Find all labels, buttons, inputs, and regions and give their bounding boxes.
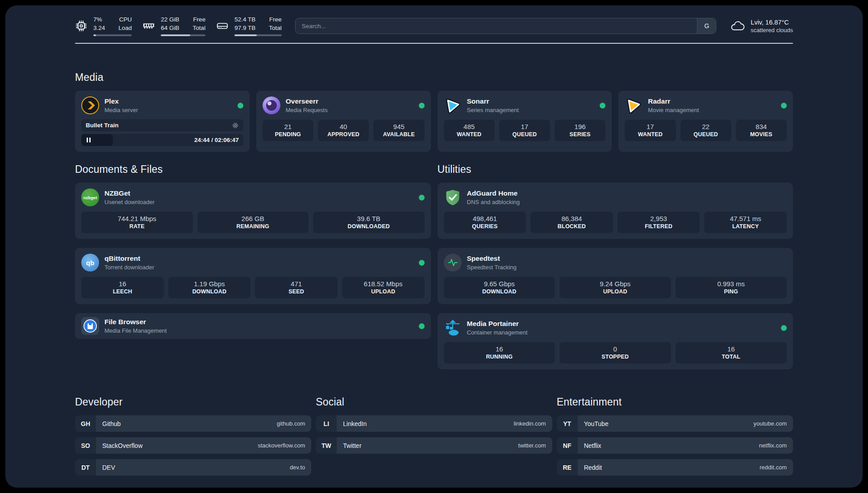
bookmark-dev[interactable]: DT DEVdev.to — [75, 459, 311, 476]
bookmark-abbr: LI — [316, 415, 337, 432]
stat-box: 17WANTED — [625, 120, 676, 141]
bookmark-url: stackoverflow.com — [258, 442, 305, 449]
bookmark-name: Reddit — [584, 464, 602, 471]
status-online-dot — [781, 325, 787, 331]
status-online-dot — [600, 103, 605, 109]
stat-value: 471 — [257, 280, 336, 288]
stat-value: 485 — [446, 123, 493, 130]
section-title-documents: Documents & Files — [75, 163, 431, 175]
bookmark-name: StackOverflow — [102, 442, 142, 449]
weather-widget: Lviv, 16.87°C scattered clouds — [730, 19, 793, 33]
plex-card[interactable]: Plex Media server Bullet Train — [75, 91, 250, 152]
stat-label: FILTERED — [619, 223, 698, 230]
search-engine-button[interactable]: G — [697, 18, 716, 33]
app-title: AdGuard Home — [467, 189, 520, 197]
stat-box: 0STOPPED — [559, 342, 671, 363]
stat-box: 1.19 GbpsDOWNLOAD — [168, 277, 251, 298]
bookmark-abbr: RE — [557, 459, 578, 476]
stat-box: 39.6 TBDOWNLOADED — [313, 212, 425, 233]
utilities-column: Utilities AdGuard Home — [438, 163, 793, 369]
app-title: Speedtest — [467, 255, 517, 263]
bookmark-name: LinkedIn — [343, 420, 367, 427]
cloud-icon — [730, 19, 746, 33]
app-title: qBittorrent — [104, 255, 154, 263]
stat-box: 16RUNNING — [444, 342, 555, 363]
portainer-icon — [444, 319, 462, 337]
pause-icon[interactable] — [87, 138, 91, 142]
stat-box: 498,461QUERIES — [444, 212, 526, 233]
bookmark-name: Twitter — [343, 442, 361, 449]
developer-column: Developer GH Githubgithub.com SO StackOv… — [75, 396, 311, 476]
stat-box: 744.21 MbpsRATE — [81, 212, 193, 233]
stat-value: 39.6 TB — [315, 215, 423, 222]
stat-label: RUNNING — [446, 354, 554, 360]
bookmark-youtube[interactable]: YT YouTubeyoutube.com — [557, 415, 793, 432]
bookmark-github[interactable]: GH Githubgithub.com — [75, 415, 311, 432]
gear-icon[interactable] — [232, 122, 239, 129]
bookmark-url: github.com — [277, 420, 305, 427]
disk-free-value: 52.4 TB — [234, 16, 255, 24]
stat-label: TOTAL — [677, 354, 785, 360]
bookmark-linkedin[interactable]: LI LinkedInlinkedin.com — [316, 415, 552, 432]
stat-value: 17 — [501, 123, 548, 130]
stat-label: AVAILABLE — [375, 131, 422, 138]
nzbget-card[interactable]: nzbget NZBGet Usenet downloader 744.21 M… — [75, 183, 431, 239]
section-title-utilities: Utilities — [438, 163, 793, 175]
playback-progress-bar[interactable]: 24:44 / 02:06:47 — [81, 134, 243, 146]
adguard-card[interactable]: AdGuard Home DNS and adblocking 498,461Q… — [438, 183, 793, 239]
memory-free-label: Free — [193, 16, 206, 24]
stat-value: 0.993 ms — [677, 280, 785, 288]
stat-value: 86,384 — [532, 215, 611, 222]
status-online-dot — [238, 103, 243, 109]
search-input[interactable] — [296, 18, 697, 33]
sonarr-icon — [444, 96, 462, 114]
bookmark-url: twitter.com — [518, 442, 546, 449]
sonarr-card[interactable]: Sonarr Series management 485WANTED 17QUE… — [438, 91, 612, 152]
status-online-dot — [419, 103, 425, 109]
stat-value: 196 — [556, 123, 604, 130]
stat-value: 17 — [626, 123, 674, 130]
app-title: Radarr — [648, 97, 699, 105]
bookmark-stackoverflow[interactable]: SO StackOverflowstackoverflow.com — [75, 437, 311, 454]
bookmark-abbr: TW — [316, 437, 337, 454]
stat-box: 16LEECH — [81, 277, 164, 298]
cpu-icon — [75, 20, 88, 32]
stat-label: MOVIES — [738, 131, 785, 138]
memory-free-value: 22 GiB — [161, 16, 179, 24]
stat-box: 485WANTED — [444, 120, 495, 141]
cpu-load-value: 3.24 — [93, 24, 105, 32]
bookmark-name: DEV — [102, 464, 115, 471]
dashboard-panel: 7% 3.24 CPU Load — [5, 5, 863, 488]
disk-total-value: 97.9 TB — [234, 24, 255, 32]
radarr-icon — [625, 96, 643, 114]
status-online-dot — [781, 103, 787, 109]
stat-value: 945 — [375, 123, 422, 130]
stat-value: 9.65 Gbps — [446, 280, 554, 288]
stat-value: 618.52 Mbps — [344, 280, 423, 288]
bookmark-reddit[interactable]: RE Redditreddit.com — [557, 459, 793, 476]
stat-value: 40 — [320, 123, 367, 130]
filebrowser-card[interactable]: File Browser Media File Management — [75, 313, 431, 339]
stat-value: 22 — [682, 123, 730, 130]
bookmark-abbr: SO — [75, 437, 96, 454]
qbittorrent-card[interactable]: qb qBittorrent Torrent downloader 16LEEC… — [75, 248, 431, 304]
stat-value: 16 — [446, 345, 554, 353]
stat-label: UPLOAD — [561, 288, 669, 295]
memory-widget: 22 GiB 64 GiB Free Total — [142, 16, 205, 36]
app-subtitle: DNS and adblocking — [467, 199, 520, 205]
social-column: Social LI LinkedInlinkedin.com TW Twitte… — [316, 396, 552, 476]
radarr-card[interactable]: Radarr Movie management 17WANTED 22QUEUE… — [618, 91, 793, 152]
bookmark-twitter[interactable]: TW Twittertwitter.com — [316, 437, 552, 454]
status-online-dot — [419, 323, 425, 329]
bookmark-name: Github — [102, 420, 121, 427]
app-title: Sonarr — [467, 97, 519, 105]
stat-label: QUEUED — [682, 131, 730, 138]
adguard-icon — [444, 188, 462, 206]
bookmark-netflix[interactable]: NF Netflixnetflix.com — [557, 437, 793, 454]
stat-label: QUEUED — [501, 131, 548, 138]
speedtest-card[interactable]: Speedtest Speedtest Tracking 9.65 GbpsDO… — [438, 248, 793, 304]
memory-progress-bar — [161, 34, 205, 36]
portainer-card[interactable]: Media Portainer Container management 16R… — [438, 313, 793, 369]
overseerr-card[interactable]: Overseerr Media Requests 21PENDING 40APP… — [256, 91, 431, 152]
stat-box: 266 GBREMAINING — [197, 212, 309, 233]
